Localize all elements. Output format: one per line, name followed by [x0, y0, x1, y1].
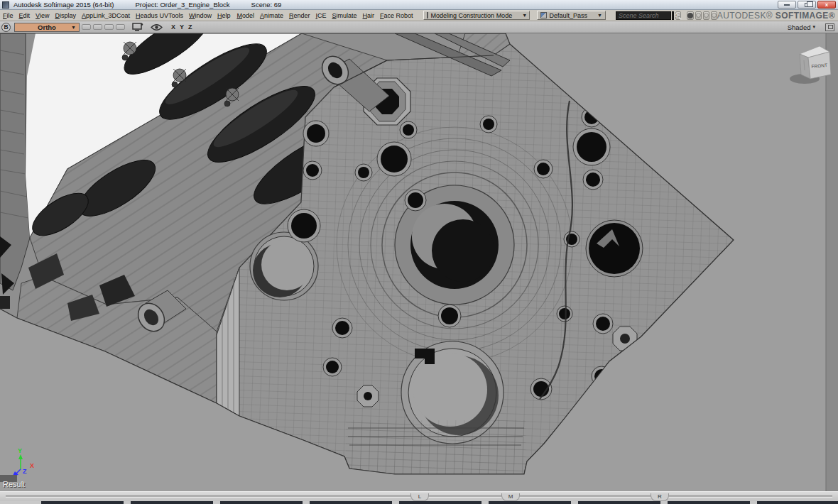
memo-cam-button-c[interactable] [104, 24, 114, 30]
3d-viewport[interactable]: FRONT Y Z X Result Result [0, 33, 838, 491]
titlebar: Autodesk Softimage 2015 (64-bit) Project… [0, 0, 838, 10]
close-button[interactable]: x [817, 1, 836, 9]
app-title: Autodesk Softimage 2015 (64-bit) [13, 1, 114, 9]
menubar: File Edit View Display AppLink_3DCoat He… [0, 10, 838, 21]
view-type-dropdown[interactable]: Ortho ▼ [14, 23, 80, 32]
softimage-logo-icon [2, 1, 9, 9]
gizmo-y-label: Y [18, 447, 22, 454]
result-status: Result [3, 480, 25, 488]
restore-button[interactable] [798, 1, 816, 9]
axis-x-button[interactable]: X [171, 23, 180, 31]
mask-light-icon[interactable] [695, 11, 702, 20]
mask-dark-icon[interactable] [687, 11, 694, 20]
construction-mode-icon [427, 12, 428, 18]
mouse-hint-bar: L M R [0, 491, 838, 501]
viewport-letter-button[interactable]: B [1, 23, 11, 32]
menu-display[interactable]: Display [52, 12, 79, 19]
pass-icon [540, 12, 547, 18]
hand-s-icon[interactable] [711, 11, 717, 20]
gizmo-x-label: X [30, 462, 34, 469]
restore-icon [805, 3, 810, 7]
menu-simulate[interactable]: Simulate [330, 12, 360, 19]
eye-visibility-icon[interactable] [151, 23, 163, 31]
autodesk-softimage-branding: AUTODESK® SOFTIMAGE® [717, 11, 838, 21]
camera-monitor-icon[interactable] [132, 23, 143, 32]
display-mode-dropdown[interactable]: Shaded [788, 23, 811, 31]
menu-ice[interactable]: ICE [312, 12, 329, 19]
menu-animate[interactable]: Animate [257, 12, 286, 19]
menu-model[interactable]: Model [234, 12, 257, 19]
hand-m-icon[interactable] [703, 11, 709, 20]
chevron-down-icon: ▼ [587, 13, 602, 18]
menu-applink-3dcoat[interactable]: AppLink_3DCoat [79, 12, 133, 19]
chevron-down-icon: ▾ [812, 24, 815, 30]
gizmo-z-label: Z [23, 468, 27, 475]
scene-search-input[interactable] [616, 11, 671, 20]
mouse-hint-left: L [410, 493, 429, 501]
taskbar-edge [0, 501, 838, 504]
menu-hair[interactable]: Hair [360, 12, 378, 19]
minimize-icon [784, 4, 790, 6]
pass-selector-dropdown[interactable]: Default_Pass ▼ [537, 11, 606, 20]
axis-y-button[interactable]: Y [180, 23, 188, 31]
menu-edit[interactable]: Edit [16, 12, 33, 19]
side-through-hole [250, 232, 318, 300]
menu-window[interactable]: Window [186, 12, 214, 19]
memo-cam-button-a[interactable] [82, 24, 91, 30]
menu-file[interactable]: File [0, 12, 16, 19]
chevron-down-icon: ▼ [71, 25, 76, 30]
project-title: Project: Order_3_Engine_Block [136, 1, 230, 9]
mouse-hint-right: R [651, 493, 669, 501]
right-bore [586, 220, 643, 277]
viewport-canvas: FRONT Y Z X Result Result [0, 33, 838, 491]
menu-face-robot[interactable]: Face Robot [377, 12, 416, 19]
menu-help[interactable]: Help [214, 12, 234, 19]
axis-z-button[interactable]: Z [188, 23, 197, 31]
solo-viewport-icon[interactable] [825, 23, 834, 31]
mouse-hint-middle: M [501, 493, 520, 501]
construction-mode-dropdown[interactable]: Modeling Construction Mode ▼ [423, 11, 530, 20]
menu-headus-uvtools[interactable]: Headus UVTools [133, 12, 186, 19]
memo-cam-button-b[interactable] [93, 24, 102, 30]
viewport-toolbar: B Ortho ▼ XYZ Shaded ▾ [0, 21, 838, 33]
minimize-button[interactable] [778, 1, 796, 9]
scene-title: Scene: 69 [251, 1, 282, 9]
menu-view[interactable]: View [33, 12, 52, 19]
search-icon[interactable] [672, 11, 674, 20]
softimage-window: Autodesk Softimage 2015 (64-bit) Project… [0, 0, 838, 504]
menu-render[interactable]: Render [286, 12, 313, 19]
chevron-down-icon: ▼ [512, 13, 527, 18]
memo-cam-button-d[interactable] [116, 24, 125, 30]
